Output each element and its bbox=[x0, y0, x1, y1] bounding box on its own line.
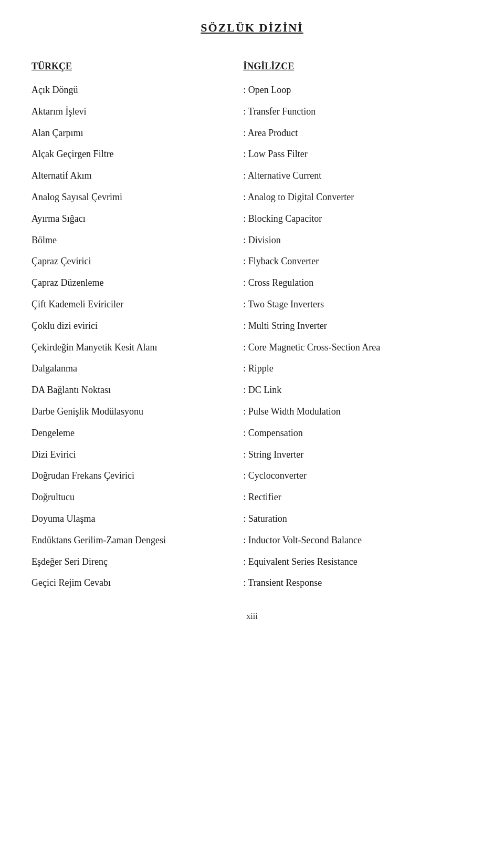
english-definition: : Flyback Converter bbox=[243, 254, 472, 269]
glossary-row: Çapraz Düzenleme: Cross Regulation bbox=[32, 275, 472, 291]
english-definition: : Two Stage Inverters bbox=[243, 297, 472, 312]
glossary-row: Açık Döngü: Open Loop bbox=[32, 82, 472, 98]
english-definition: : String Inverter bbox=[243, 447, 472, 462]
page-footer: xiii bbox=[32, 612, 472, 621]
turkish-term: Çapraz Düzenleme bbox=[32, 275, 243, 291]
glossary-row: Doyuma Ulaşma: Saturation bbox=[32, 511, 472, 526]
turkish-term: Dengeleme bbox=[32, 426, 243, 441]
glossary-row: Aktarım İşlevi: Transfer Function bbox=[32, 104, 472, 119]
turkish-term: Çoklu dizi evirici bbox=[32, 318, 243, 334]
turkish-term: Doyuma Ulaşma bbox=[32, 511, 243, 526]
glossary-row: Çift Kademeli Eviriciler: Two Stage Inve… bbox=[32, 297, 472, 312]
glossary-row: Eşdeğer Seri Direnç: Equivalent Series R… bbox=[32, 554, 472, 570]
turkish-term: Alçak Geçirgen Filtre bbox=[32, 147, 243, 162]
glossary-table: Açık Döngü: Open LoopAktarım İşlevi: Tra… bbox=[32, 82, 472, 591]
turkish-term: Çapraz Çevirici bbox=[32, 254, 243, 269]
english-definition: : Blocking Capacitor bbox=[243, 211, 472, 226]
english-definition: : Rectifier bbox=[243, 490, 472, 505]
turkish-term: Çift Kademeli Eviriciler bbox=[32, 297, 243, 312]
glossary-row: Endüktans Gerilim-Zaman Dengesi: Inducto… bbox=[32, 533, 472, 548]
turkish-term: Analog Sayısal Çevrimi bbox=[32, 190, 243, 205]
columns-header: TÜRKÇE İNGİLİZCE bbox=[32, 61, 472, 72]
english-definition: : Inductor Volt-Second Balance bbox=[243, 533, 472, 548]
turkish-term: Dalgalanma bbox=[32, 361, 243, 376]
glossary-row: Darbe Genişlik Modülasyonu: Pulse Width … bbox=[32, 404, 472, 419]
english-column-header: İNGİLİZCE bbox=[243, 61, 472, 72]
english-definition: : Division bbox=[243, 233, 472, 248]
turkish-term: Ayırma Sığacı bbox=[32, 211, 243, 226]
glossary-row: Dalgalanma: Ripple bbox=[32, 361, 472, 376]
page-title: SÖZLÜK DİZİNİ bbox=[32, 21, 472, 35]
glossary-row: Doğrudan Frekans Çevirici: Cycloconverte… bbox=[32, 468, 472, 483]
turkish-term: DA Bağlantı Noktası bbox=[32, 383, 243, 398]
glossary-row: Dengeleme: Compensation bbox=[32, 426, 472, 441]
glossary-row: Alternatif Akım: Alternative Current bbox=[32, 168, 472, 183]
turkish-term: Darbe Genişlik Modülasyonu bbox=[32, 404, 243, 419]
glossary-row: Bölme: Division bbox=[32, 233, 472, 248]
glossary-row: Çoklu dizi evirici: Multi String Inverte… bbox=[32, 318, 472, 334]
english-definition: : Cycloconverter bbox=[243, 468, 472, 483]
english-definition: : Equivalent Series Resistance bbox=[243, 554, 472, 570]
turkish-term: Çekirdeğin Manyetik Kesit Alanı bbox=[32, 340, 243, 355]
english-definition: : Cross Regulation bbox=[243, 275, 472, 291]
turkish-term: Endüktans Gerilim-Zaman Dengesi bbox=[32, 533, 243, 548]
turkish-term: Dizi Evirici bbox=[32, 447, 243, 462]
english-definition: : Compensation bbox=[243, 426, 472, 441]
english-definition: : Area Product bbox=[243, 126, 472, 141]
turkish-term: Doğrultucu bbox=[32, 490, 243, 505]
turkish-term: Doğrudan Frekans Çevirici bbox=[32, 468, 243, 483]
glossary-row: Analog Sayısal Çevrimi: Analog to Digita… bbox=[32, 190, 472, 205]
glossary-row: Çapraz Çevirici: Flyback Converter bbox=[32, 254, 472, 269]
glossary-row: Alan Çarpımı: Area Product bbox=[32, 126, 472, 141]
english-definition: : Saturation bbox=[243, 511, 472, 526]
turkish-term: Alternatif Akım bbox=[32, 168, 243, 183]
turkish-term: Geçici Rejim Cevabı bbox=[32, 575, 243, 591]
glossary-row: DA Bağlantı Noktası: DC Link bbox=[32, 383, 472, 398]
turkish-column-header: TÜRKÇE bbox=[32, 61, 243, 72]
english-definition: : Alternative Current bbox=[243, 168, 472, 183]
english-definition: : DC Link bbox=[243, 383, 472, 398]
turkish-term: Alan Çarpımı bbox=[32, 126, 243, 141]
glossary-row: Çekirdeğin Manyetik Kesit Alanı: Core Ma… bbox=[32, 340, 472, 355]
glossary-row: Geçici Rejim Cevabı: Transient Response bbox=[32, 575, 472, 591]
glossary-row: Dizi Evirici: String Inverter bbox=[32, 447, 472, 462]
turkish-term: Eşdeğer Seri Direnç bbox=[32, 554, 243, 570]
english-definition: : Ripple bbox=[243, 361, 472, 376]
english-definition: : Transient Response bbox=[243, 575, 472, 591]
glossary-row: Ayırma Sığacı: Blocking Capacitor bbox=[32, 211, 472, 226]
english-definition: : Multi String Inverter bbox=[243, 318, 472, 334]
glossary-row: Doğrultucu: Rectifier bbox=[32, 490, 472, 505]
english-definition: : Core Magnetic Cross-Section Area bbox=[243, 340, 472, 355]
english-definition: : Pulse Width Modulation bbox=[243, 404, 472, 419]
glossary-row: Alçak Geçirgen Filtre: Low Pass Filter bbox=[32, 147, 472, 162]
english-definition: : Transfer Function bbox=[243, 104, 472, 119]
turkish-term: Bölme bbox=[32, 233, 243, 248]
turkish-term: Açık Döngü bbox=[32, 82, 243, 98]
english-definition: : Low Pass Filter bbox=[243, 147, 472, 162]
english-definition: : Open Loop bbox=[243, 82, 472, 98]
turkish-term: Aktarım İşlevi bbox=[32, 104, 243, 119]
english-definition: : Analog to Digital Converter bbox=[243, 190, 472, 205]
